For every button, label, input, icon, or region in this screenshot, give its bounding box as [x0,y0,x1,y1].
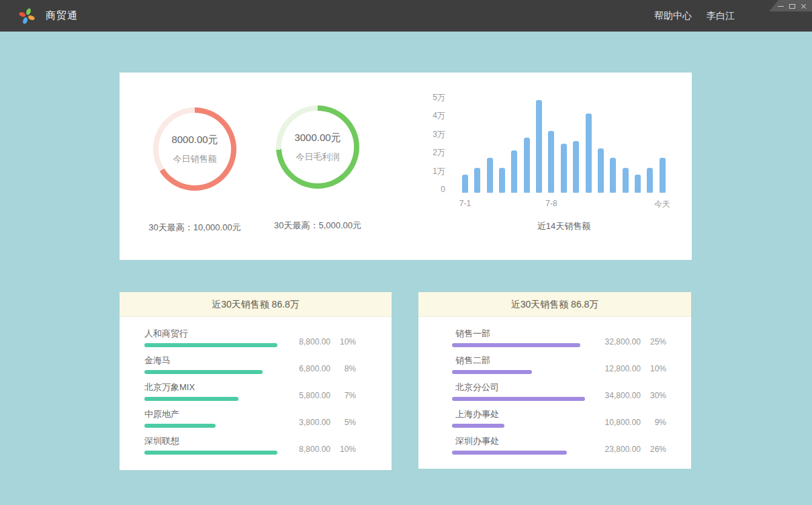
app-window: 商贸通 帮助中心 李白江 8000.00元 今日销售额 30天最高：10,000… [0,0,812,505]
row-values: 34,800.0030% [594,391,666,400]
departments-card-title: 近30天销售额 86.8万 [418,292,691,317]
row-progress-bar [144,424,216,428]
overview-card: 8000.00元 今日销售额 30天最高：10,000.00元 3000.00元… [120,73,692,260]
donut-center: 8000.00元 今日销售额 [159,113,231,185]
department-row: 深圳办事处23,800.0026% [418,434,691,461]
row-amount: 5,800.00 [283,391,330,400]
sales-14d-chart: 近14天销售额 5万4万3万2万1万07-17-8今天 [425,93,690,247]
daily-sales-bar [462,175,468,193]
daily-sales-bar [660,158,666,193]
daily-sales-bar [536,100,542,193]
row-progress-bar [144,370,263,374]
row-progress-bar [144,451,277,455]
customer-row: 金海马6,800.008% [120,354,392,381]
row-amount: 6,800.00 [283,364,330,373]
row-amount: 10,800.00 [594,418,641,427]
row-values: 23,800.0026% [594,445,666,454]
daily-sales-bar [647,168,653,193]
daily-sales-bar [573,141,579,193]
row-progress-bar [452,424,504,428]
row-progress-bar [452,370,532,374]
y-axis-tick: 4万 [425,111,445,120]
row-percent: 8% [330,364,356,373]
app-logo-icon [18,7,36,25]
x-axis-tick: 7-1 [459,199,471,208]
today-profit-value: 3000.00元 [294,132,341,144]
profit-30d-max: 30天最高：5,000.00元 [251,220,385,232]
row-progress-bar [452,397,585,401]
row-amount: 8,800.00 [283,445,330,454]
customer-row: 深圳联想8,800.0010% [120,434,392,461]
today-profit-label: 今日毛利润 [296,151,340,163]
daily-sales-bar [524,138,530,193]
y-axis-tick: 5万 [425,93,445,102]
row-amount: 32,800.00 [594,337,641,347]
y-axis-tick: 1万 [425,167,445,176]
today-profit-gauge: 3000.00元 今日毛利润 30天最高：5,000.00元 [251,105,385,232]
customer-row: 中原地产3,800.005% [120,408,392,434]
maximize-icon [789,4,795,9]
row-values: 10,800.009% [594,418,666,427]
department-row: 销售二部12,800.0010% [418,354,691,381]
row-amount: 34,800.00 [594,391,641,400]
daily-sales-bar [586,113,592,193]
row-amount: 8,800.00 [283,337,330,347]
row-values: 6,800.008% [283,364,356,373]
customers-sales-card: 近30天销售额 86.8万 人和商贸行8,800.0010%金海马6,800.0… [120,292,392,470]
row-percent: 10% [330,445,356,454]
customers-ranking-list: 人和商贸行8,800.0010%金海马6,800.008%北京万象MIX5,80… [120,317,392,461]
row-percent: 26% [641,445,666,454]
row-values: 8,800.0010% [283,445,356,454]
departments-ranking-list: 销售一部32,800.0025%销售二部12,800.0010%北京分公司34,… [418,317,691,461]
y-axis-tick: 2万 [425,148,445,157]
x-axis-tick: 7-8 [545,199,557,208]
row-amount: 3,800.00 [283,418,330,427]
maximize-button[interactable] [789,3,796,9]
customer-row: 人和商贸行8,800.0010% [120,327,392,354]
row-percent: 30% [641,391,666,400]
donut-center: 3000.00元 今日毛利润 [281,111,354,183]
customer-row: 北京万象MIX5,800.007% [120,381,392,408]
daily-sales-bar [623,168,629,193]
x-axis-tick: 今天 [654,199,670,210]
row-percent: 5% [330,418,356,427]
department-row: 上海办事处10,800.009% [418,408,691,434]
y-axis-tick: 0 [425,185,445,194]
today-sales-gauge: 8000.00元 今日销售额 30天最高：10,000.00元 [128,107,262,234]
customers-card-title: 近30天销售额 86.8万 [120,292,392,317]
window-controls [769,0,812,11]
sales-30d-max: 30天最高：10,000.00元 [128,222,262,234]
titlebar-menu: 帮助中心 李白江 [654,0,735,32]
today-sales-label: 今日销售额 [173,153,217,165]
department-row: 北京分公司34,800.0030% [418,381,691,408]
username-menu[interactable]: 李白江 [707,10,735,22]
row-values: 12,800.0010% [594,364,666,373]
department-row: 销售一部32,800.0025% [418,327,691,354]
daily-sales-bar [548,131,554,193]
daily-sales-bar [561,144,567,193]
row-progress-bar [452,343,580,347]
y-axis-tick: 3万 [425,130,445,139]
row-values: 32,800.0025% [594,337,666,347]
row-percent: 25% [641,337,666,347]
close-button[interactable] [801,3,807,9]
row-values: 3,800.005% [283,418,356,427]
daily-sales-bar [598,148,604,193]
daily-sales-bar [610,158,616,193]
row-amount: 12,800.00 [594,364,641,373]
daily-sales-bar [499,168,505,193]
daily-sales-bar [487,158,493,193]
today-sales-value: 8000.00元 [171,134,218,146]
help-center-link[interactable]: 帮助中心 [654,10,692,22]
app-title: 商贸通 [46,9,78,22]
row-percent: 10% [641,364,666,373]
minimize-button[interactable] [778,3,784,9]
row-progress-bar [452,451,567,455]
row-amount: 23,800.00 [594,445,641,454]
departments-sales-card: 近30天销售额 86.8万 销售一部32,800.0025%销售二部12,800… [418,292,691,469]
minimize-icon [778,6,784,7]
today-sales-donut-ring: 8000.00元 今日销售额 [153,107,236,191]
titlebar: 商贸通 帮助中心 李白江 [0,0,812,32]
row-values: 5,800.007% [283,391,356,400]
sales-14d-chart-title: 近14天销售额 [462,220,666,232]
